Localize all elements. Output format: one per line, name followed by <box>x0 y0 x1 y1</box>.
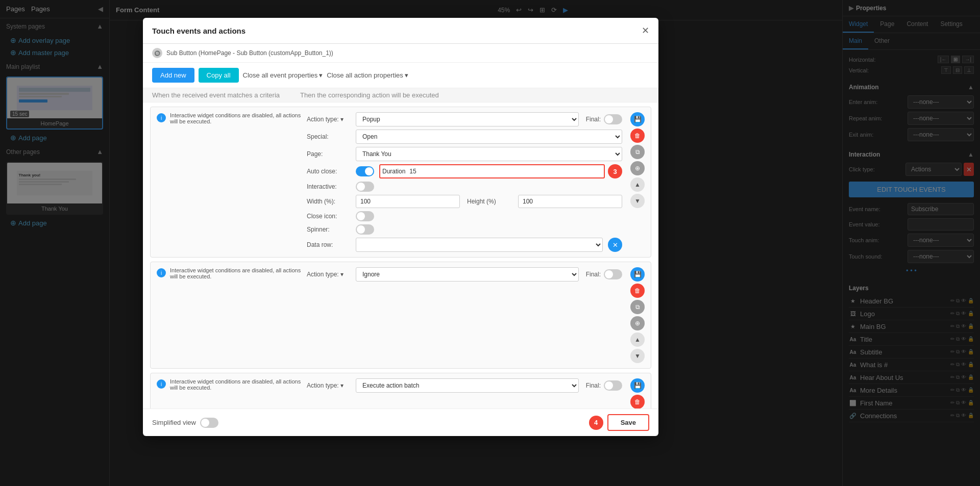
badge-3: 3 <box>608 164 622 178</box>
action-type-label-3: Action type: ▾ <box>307 382 353 389</box>
action-row-1-controls: 💾 🗑 ⧉ ⊕ ▲ ▼ <box>630 112 645 208</box>
action-type-select-1[interactable]: Popup <box>356 112 579 126</box>
sub-button-label: Sub Button (HomePage - Sub Button (custo… <box>166 49 333 57</box>
dimension-row: Width (%): Height (%) <box>307 195 622 208</box>
modal-sub-info: 🔘 Sub Button (HomePage - Sub Button (cus… <box>143 44 658 63</box>
page-label: Page: <box>307 150 353 158</box>
info-badge-2: i <box>157 268 166 277</box>
special-row: Special: Open <box>307 130 622 144</box>
datarow-row: Data row: ✕ <box>307 238 622 252</box>
up-action-btn-1[interactable]: ▲ <box>630 177 645 192</box>
autoclose-row: Auto close: Duration 3 <box>307 164 622 178</box>
closeicon-row: Close icon: <box>307 211 622 221</box>
width-label: Width (%): <box>307 198 353 205</box>
width-input[interactable] <box>356 195 460 208</box>
action-row-2-controls: 💾 🗑 ⧉ ⊕ ▲ ▼ <box>630 267 645 363</box>
touch-events-modal: Touch events and actions ✕ 🔘 Sub Button … <box>143 18 658 436</box>
page-select[interactable]: Thank You <box>356 147 622 161</box>
save-action-btn-3[interactable]: 💾 <box>630 378 645 393</box>
simplified-toggle[interactable] <box>200 418 218 428</box>
datarow-clear-btn[interactable]: ✕ <box>608 238 622 252</box>
condition-text-1: Interactive widget conditions are disabl… <box>170 112 303 124</box>
close-all-action-btn[interactable]: Close all action properties ▾ <box>327 71 408 79</box>
save-action-btn-2[interactable]: 💾 <box>630 267 645 282</box>
sub-button-icon: 🔘 <box>152 48 162 58</box>
action-header: Then the corresponding action will be ex… <box>300 91 649 99</box>
special-select[interactable]: Open <box>356 130 622 144</box>
action-type-select-2[interactable]: Ignore <box>356 267 579 282</box>
final-toggle-3[interactable] <box>604 380 622 391</box>
final-label-1: Final: <box>586 116 601 123</box>
action-type-label-2: Action type: ▾ <box>307 271 353 278</box>
closeicon-toggle[interactable] <box>356 211 374 221</box>
modal-body: i Interactive widget conditions are disa… <box>143 103 658 408</box>
special-label: Special: <box>307 133 353 140</box>
down-action-btn-1[interactable]: ▼ <box>630 194 645 208</box>
action-row-3-header: i Interactive widget conditions are disa… <box>151 373 651 408</box>
copy2-action-btn-1[interactable]: ⊕ <box>630 161 645 175</box>
spinner-label: Spinner: <box>307 226 353 233</box>
final-label-2: Final: <box>586 271 601 278</box>
datarow-select[interactable] <box>356 238 603 252</box>
modal-close-btn[interactable]: ✕ <box>642 25 649 36</box>
action-type-row-1: Action type: ▾ Popup Final: <box>307 112 622 126</box>
delete-action-btn-2[interactable]: 🗑 <box>630 284 645 298</box>
simplified-view: Simplified view <box>152 418 218 428</box>
save-btn[interactable]: Save <box>607 414 649 431</box>
interactive-row: Interactive: <box>307 182 622 192</box>
action-fields-1: Action type: ▾ Popup Final: Special: Ope… <box>307 112 622 252</box>
action-row-2: i Interactive widget conditions are disa… <box>150 262 651 369</box>
closeicon-label: Close icon: <box>307 213 353 220</box>
footer-badge-4: 4 <box>589 416 603 430</box>
simplified-label: Simplified view <box>152 419 196 426</box>
height-label: Height (%) <box>467 198 513 205</box>
final-toggle-1[interactable] <box>604 114 622 124</box>
interactive-label: Interactive: <box>307 183 353 190</box>
final-label-3: Final: <box>586 382 601 389</box>
condition-text-3: Interactive widget conditions are disabl… <box>170 378 303 391</box>
datarow-label: Data row: <box>307 241 353 248</box>
save-action-btn-1[interactable]: 💾 <box>630 112 645 126</box>
page-row: Page: Thank You <box>307 147 622 161</box>
modal-overlay: Touch events and actions ✕ 🔘 Sub Button … <box>0 0 980 486</box>
chevron-down-icon-2: ▾ <box>405 71 408 79</box>
action-type-row-3: Action type: ▾ Execute action batch Fina… <box>307 378 622 393</box>
action-row-1: i Interactive widget conditions are disa… <box>150 107 651 258</box>
condition-text-2: Interactive widget conditions are disabl… <box>170 267 303 279</box>
interactive-toggle[interactable] <box>356 182 374 192</box>
action-type-select-3[interactable]: Execute action batch <box>356 378 579 393</box>
down-action-btn-2[interactable]: ▼ <box>630 349 645 363</box>
action-type-label-1: Action type: ▾ <box>307 116 353 123</box>
delete-action-btn-1[interactable]: 🗑 <box>630 129 645 143</box>
modal-toolbar: Add new Copy all Close all event propert… <box>143 63 658 88</box>
copy2-action-btn-2[interactable]: ⊕ <box>630 316 645 330</box>
add-new-btn[interactable]: Add new <box>152 68 194 83</box>
final-toggle-2[interactable] <box>604 269 622 279</box>
condition-header: When the received event matches a criter… <box>152 91 300 99</box>
action-fields-2: Action type: ▾ Ignore Final: <box>307 267 622 282</box>
info-badge-1: i <box>157 113 166 122</box>
height-input[interactable] <box>518 195 622 208</box>
info-badge-3: i <box>157 379 166 389</box>
action-row-2-header: i Interactive widget conditions are disa… <box>151 262 651 368</box>
modal-title: Touch events and actions <box>152 27 246 35</box>
modal-table-header: When the received event matches a criter… <box>143 88 658 103</box>
delete-action-btn-3[interactable]: 🗑 <box>630 395 645 408</box>
autoclose-label: Auto close: <box>307 168 353 175</box>
chevron-down-icon: ▾ <box>319 71 323 79</box>
spinner-row: Spinner: <box>307 224 622 235</box>
action-row-3: i Interactive widget conditions are disa… <box>150 373 651 408</box>
duration-input[interactable] <box>405 165 602 177</box>
action-row-1-header: i Interactive widget conditions are disa… <box>151 107 651 257</box>
autoclose-toggle[interactable] <box>356 166 374 176</box>
spinner-toggle[interactable] <box>356 224 374 235</box>
up-action-btn-2[interactable]: ▲ <box>630 332 645 347</box>
action-fields-3: Action type: ▾ Execute action batch Fina… <box>307 378 622 393</box>
close-all-event-btn[interactable]: Close all event properties ▾ <box>243 71 323 79</box>
copy-action-btn-1[interactable]: ⧉ <box>630 145 645 159</box>
copy-all-btn[interactable]: Copy all <box>199 68 239 83</box>
action-type-row-2: Action type: ▾ Ignore Final: <box>307 267 622 282</box>
copy-action-btn-2[interactable]: ⧉ <box>630 300 645 314</box>
modal-header: Touch events and actions ✕ <box>143 18 658 44</box>
action-row-3-controls: 💾 🗑 4 <box>630 378 645 408</box>
